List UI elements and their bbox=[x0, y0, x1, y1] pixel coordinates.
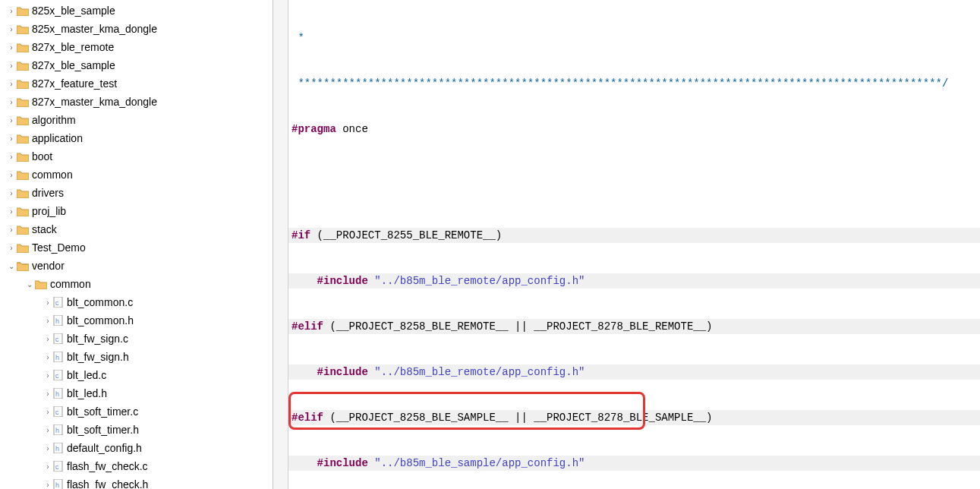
folder-drivers[interactable]: ›drivers bbox=[0, 184, 273, 202]
file-blt_common-c[interactable]: ›cblt_common.c bbox=[0, 293, 273, 311]
file-flash_fw_check-c[interactable]: ›cflash_fw_check.c bbox=[0, 457, 273, 475]
chevron-right-icon: › bbox=[43, 371, 53, 380]
file-blt_led-h[interactable]: ›hblt_led.h bbox=[0, 384, 273, 402]
chevron-right-icon: › bbox=[6, 7, 17, 15]
file-blt_fw_sign-c[interactable]: ›cblt_fw_sign.c bbox=[0, 330, 273, 348]
file-flash_fw_check-h[interactable]: ›hflash_fw_check.h bbox=[0, 475, 273, 489]
chevron-down-icon: ⌄ bbox=[24, 280, 35, 289]
svg-text:c: c bbox=[55, 409, 59, 416]
chevron-right-icon: › bbox=[6, 189, 17, 197]
folder-label: Test_Demo bbox=[32, 241, 86, 254]
chevron-down-icon: ⌄ bbox=[6, 262, 17, 270]
h-file-icon: h bbox=[53, 315, 64, 326]
svg-text:h: h bbox=[55, 390, 59, 398]
folder-Test_Demo[interactable]: ›Test_Demo bbox=[0, 238, 273, 257]
chevron-right-icon: › bbox=[43, 481, 53, 489]
file-blt_common-h[interactable]: ›hblt_common.h bbox=[0, 311, 273, 330]
chevron-right-icon: › bbox=[6, 116, 17, 125]
folder-open-icon bbox=[17, 261, 29, 271]
h-file-icon: h bbox=[53, 352, 64, 362]
editor-gutter bbox=[273, 0, 288, 489]
folder-label: common bbox=[32, 169, 73, 181]
folder-boot[interactable]: ›boot bbox=[0, 147, 273, 166]
folder-algorithm[interactable]: ›algorithm bbox=[0, 111, 273, 129]
h-file-icon: h bbox=[53, 424, 64, 435]
svg-text:c: c bbox=[55, 336, 59, 343]
folder-icon bbox=[17, 43, 29, 52]
chevron-right-icon: › bbox=[6, 244, 17, 252]
folder-label: 825x_master_kma_dongle bbox=[32, 23, 157, 35]
folder-825x_master_kma_dongle[interactable]: ›825x_master_kma_dongle bbox=[0, 20, 273, 38]
folder-label: application bbox=[32, 132, 83, 144]
file-label: blt_fw_sign.h bbox=[67, 351, 129, 363]
file-blt_soft_timer-h[interactable]: ›hblt_soft_timer.h bbox=[0, 421, 273, 439]
folder-827x_ble_remote[interactable]: ›827x_ble_remote bbox=[0, 38, 273, 56]
svg-text:h: h bbox=[55, 427, 59, 434]
chevron-right-icon: › bbox=[6, 153, 17, 161]
file-label: blt_common.h bbox=[67, 314, 134, 327]
c-file-icon: c bbox=[53, 370, 64, 380]
folder-common[interactable]: ›common bbox=[0, 166, 273, 184]
folder-827x_feature_test[interactable]: ›827x_feature_test bbox=[0, 74, 273, 93]
folder-common[interactable]: ⌄ common bbox=[0, 275, 273, 293]
chevron-right-icon: › bbox=[43, 353, 53, 361]
folder-label: proj_lib bbox=[32, 205, 66, 217]
h-file-icon: h bbox=[53, 443, 64, 453]
h-file-icon: h bbox=[53, 479, 64, 489]
chevron-right-icon: › bbox=[43, 426, 53, 434]
file-label: blt_soft_timer.c bbox=[67, 405, 138, 418]
file-blt_fw_sign-h[interactable]: ›hblt_fw_sign.h bbox=[0, 348, 273, 366]
svg-text:h: h bbox=[55, 354, 59, 361]
chevron-right-icon: › bbox=[6, 226, 17, 234]
folder-label: stack bbox=[32, 223, 57, 235]
folder-icon bbox=[17, 243, 29, 253]
svg-text:c: c bbox=[55, 299, 59, 307]
chevron-right-icon: › bbox=[43, 335, 53, 343]
chevron-right-icon: › bbox=[6, 134, 17, 143]
chevron-right-icon: › bbox=[6, 207, 17, 216]
folder-827x_master_kma_dongle[interactable]: ›827x_master_kma_dongle bbox=[0, 93, 273, 111]
c-file-icon: c bbox=[53, 297, 64, 308]
folder-label: vendor bbox=[32, 260, 65, 272]
folder-icon bbox=[17, 115, 29, 125]
folder-stack[interactable]: ›stack bbox=[0, 220, 273, 238]
c-file-icon: c bbox=[53, 406, 64, 417]
h-file-icon: h bbox=[53, 388, 64, 399]
chevron-right-icon: › bbox=[43, 298, 53, 307]
folder-icon bbox=[17, 61, 29, 71]
folder-icon bbox=[17, 170, 29, 180]
file-blt_soft_timer-c[interactable]: ›cblt_soft_timer.c bbox=[0, 402, 273, 421]
c-file-icon: c bbox=[53, 461, 64, 472]
folder-icon bbox=[17, 24, 29, 34]
chevron-right-icon: › bbox=[43, 317, 53, 325]
svg-text:c: c bbox=[55, 372, 59, 380]
chevron-right-icon: › bbox=[6, 171, 17, 179]
file-label: flash_fw_check.h bbox=[67, 478, 148, 489]
code-line: #pragma once bbox=[288, 121, 980, 137]
chevron-right-icon: › bbox=[43, 444, 53, 453]
folder-827x_ble_sample[interactable]: ›827x_ble_sample bbox=[0, 56, 273, 74]
svg-text:c: c bbox=[55, 463, 59, 471]
folder-icon bbox=[17, 207, 29, 216]
project-explorer[interactable]: ›825x_ble_sample›825x_master_kma_dongle›… bbox=[0, 0, 273, 489]
folder-label: 827x_master_kma_dongle bbox=[32, 96, 157, 108]
folder-icon bbox=[17, 188, 29, 198]
svg-text:h: h bbox=[55, 481, 59, 489]
folder-label: 827x_ble_remote bbox=[32, 41, 114, 53]
folder-icon bbox=[17, 79, 29, 89]
folder-proj_lib[interactable]: ›proj_lib bbox=[0, 202, 273, 220]
folder-label: 827x_feature_test bbox=[32, 77, 117, 90]
file-label: default_config.h bbox=[67, 442, 142, 454]
code-editor[interactable]: * **************************************… bbox=[288, 0, 980, 489]
chevron-right-icon: › bbox=[6, 62, 17, 70]
file-blt_led-c[interactable]: ›cblt_led.c bbox=[0, 366, 273, 384]
code-line: #include "../b85m_ble_sample/app_config.… bbox=[288, 456, 980, 471]
file-default_config-h[interactable]: ›hdefault_config.h bbox=[0, 439, 273, 457]
folder-application[interactable]: ›application bbox=[0, 129, 273, 147]
folder-825x_ble_sample[interactable]: ›825x_ble_sample bbox=[0, 2, 273, 20]
folder-vendor[interactable]: ⌄ vendor bbox=[0, 257, 273, 275]
code-line: #elif (__PROJECT_8258_BLE_REMOTE__ || __… bbox=[288, 319, 980, 334]
file-label: blt_soft_timer.h bbox=[67, 424, 139, 436]
folder-icon bbox=[17, 152, 29, 162]
code-line: #include "../b85m_ble_remote/app_config.… bbox=[288, 364, 980, 380]
